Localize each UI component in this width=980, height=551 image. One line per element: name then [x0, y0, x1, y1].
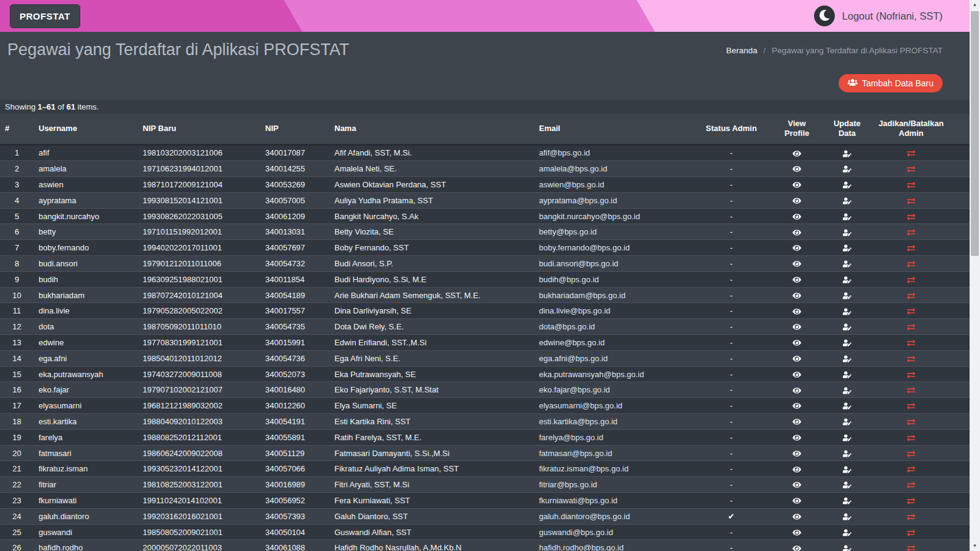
toggle-admin-button[interactable]: [907, 481, 915, 489]
view-profile-button[interactable]: [793, 260, 801, 268]
toggle-admin-button[interactable]: [907, 513, 915, 521]
table-row: 16 eko.fajar 197907102002121007 34001648…: [0, 382, 970, 398]
view-profile-button[interactable]: [793, 497, 801, 505]
view-profile-button[interactable]: [793, 544, 801, 551]
toggle-admin-button[interactable]: [907, 465, 915, 473]
view-profile-button[interactable]: [793, 512, 801, 521]
view-profile-button[interactable]: [793, 149, 801, 158]
update-data-button[interactable]: [843, 244, 851, 252]
toggle-admin-button[interactable]: [907, 529, 915, 537]
view-profile-button[interactable]: [793, 291, 801, 300]
update-data-button[interactable]: [843, 386, 851, 395]
view-profile-button[interactable]: [793, 433, 801, 442]
scrollbar-thumb[interactable]: [971, 11, 979, 256]
toggle-admin-button[interactable]: [907, 149, 915, 157]
col-header-update-data: Update Data: [822, 114, 872, 144]
brand-button[interactable]: PROFSTAT: [10, 4, 80, 28]
toggle-admin-button[interactable]: [907, 418, 915, 426]
view-profile-button[interactable]: [793, 323, 801, 331]
update-data-button[interactable]: [843, 165, 851, 173]
update-data-button[interactable]: [843, 228, 851, 237]
view-profile-button[interactable]: [793, 244, 801, 252]
page-title: Pegawai yang Terdaftar di Aplikasi PROFS…: [7, 40, 349, 59]
toggle-admin-button[interactable]: [907, 434, 915, 442]
toggle-admin-button[interactable]: [907, 307, 915, 315]
view-profile-button[interactable]: [793, 402, 801, 410]
toggle-admin-button[interactable]: [907, 355, 915, 363]
toggle-admin-button[interactable]: [907, 402, 915, 410]
update-data-button[interactable]: [843, 433, 851, 442]
scrollbar[interactable]: ▲ ▼: [970, 0, 980, 551]
update-data-button[interactable]: [843, 291, 851, 300]
view-profile-button[interactable]: [793, 339, 801, 347]
update-data-button[interactable]: [843, 370, 851, 379]
eye-icon: [793, 527, 801, 536]
update-data-button[interactable]: [843, 339, 851, 347]
scrollbar-down-arrow-icon[interactable]: ▼: [970, 541, 980, 551]
users-icon: [848, 78, 858, 88]
view-profile-button[interactable]: [793, 228, 801, 237]
toggle-admin-button[interactable]: [907, 260, 915, 268]
view-profile-button[interactable]: [793, 276, 801, 284]
view-profile-button[interactable]: [793, 181, 801, 189]
view-profile-button[interactable]: [793, 528, 801, 537]
toggle-admin-button[interactable]: [907, 165, 915, 173]
update-data-button[interactable]: [843, 497, 851, 505]
logout-link[interactable]: Logout (Nofriani, SST): [842, 10, 943, 22]
update-data-button[interactable]: [843, 354, 851, 363]
toggle-admin-button[interactable]: [907, 339, 915, 347]
breadcrumb-home-link[interactable]: Beranda: [726, 46, 758, 55]
toggle-admin-button[interactable]: [907, 544, 915, 551]
toggle-admin-button[interactable]: [907, 228, 915, 236]
view-profile-button[interactable]: [793, 197, 801, 205]
toggle-admin-button[interactable]: [907, 213, 915, 221]
table-row: 1 afif 198103202003121006 340017087 Afif…: [0, 144, 970, 161]
cell-email: bangkit.nurcahyo@bps.go.id: [534, 208, 691, 224]
update-data-button[interactable]: [843, 307, 851, 316]
toggle-admin-button[interactable]: [907, 323, 915, 331]
exchange-arrows-icon: [907, 180, 915, 189]
col-header-index: #: [0, 114, 34, 144]
view-profile-button[interactable]: [793, 165, 801, 173]
view-profile-button[interactable]: [793, 418, 801, 426]
update-data-button[interactable]: [843, 181, 851, 189]
view-profile-button[interactable]: [793, 449, 801, 458]
view-profile-button[interactable]: [793, 386, 801, 395]
add-data-button[interactable]: Tambah Data Baru: [839, 74, 943, 92]
update-data-button[interactable]: [843, 465, 851, 474]
view-profile-button[interactable]: [793, 370, 801, 379]
update-data-button[interactable]: [843, 276, 851, 284]
user-edit-icon: [843, 164, 851, 173]
update-data-button[interactable]: [843, 528, 851, 537]
view-profile-button[interactable]: [793, 465, 801, 474]
update-data-button[interactable]: [843, 260, 851, 268]
update-data-button[interactable]: [843, 149, 851, 158]
update-data-button[interactable]: [843, 544, 851, 551]
view-profile-button[interactable]: [793, 354, 801, 363]
update-data-button[interactable]: [843, 197, 851, 205]
view-profile-button[interactable]: [793, 212, 801, 221]
toggle-admin-button[interactable]: [907, 197, 915, 205]
view-profile-button[interactable]: [793, 481, 801, 489]
toggle-admin-button[interactable]: [907, 450, 915, 458]
view-profile-button[interactable]: [793, 307, 801, 316]
update-data-button[interactable]: [843, 449, 851, 458]
eye-icon: [793, 275, 801, 284]
toggle-admin-button[interactable]: [907, 181, 915, 189]
update-data-button[interactable]: [843, 212, 851, 221]
toggle-admin-button[interactable]: [907, 292, 915, 300]
toggle-admin-button[interactable]: [907, 497, 915, 505]
toggle-admin-button[interactable]: [907, 276, 915, 284]
update-data-button[interactable]: [843, 323, 851, 331]
dark-mode-toggle[interactable]: [814, 6, 835, 26]
scrollbar-up-arrow-icon[interactable]: ▲: [970, 0, 980, 10]
toggle-admin-button[interactable]: [907, 244, 915, 252]
update-data-button[interactable]: [843, 402, 851, 410]
update-data-button[interactable]: [843, 512, 851, 521]
update-data-button[interactable]: [843, 418, 851, 426]
cell-status-admin: -: [691, 477, 772, 493]
update-data-button[interactable]: [843, 481, 851, 489]
toggle-admin-button[interactable]: [907, 386, 915, 394]
toggle-admin-button[interactable]: [907, 371, 915, 379]
title-row: Pegawai yang Terdaftar di Aplikasi PROFS…: [0, 32, 970, 59]
